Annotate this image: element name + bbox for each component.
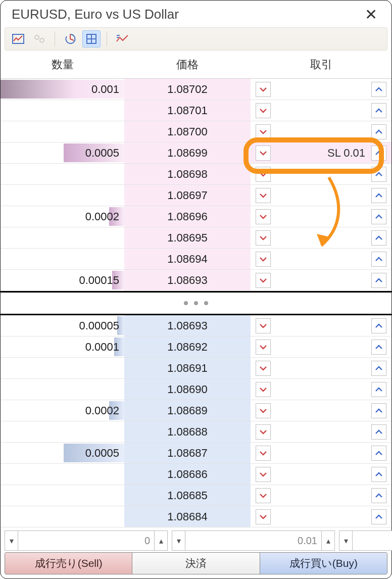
buy-step-button[interactable] xyxy=(371,382,386,397)
link-icon[interactable] xyxy=(30,30,48,47)
sell-step-button[interactable] xyxy=(256,252,271,267)
sl-input[interactable] xyxy=(18,531,154,550)
trade-cell xyxy=(251,227,391,248)
caret-down-icon[interactable]: ▾ xyxy=(339,531,353,550)
tp-spinner[interactable]: ▾ ▴ xyxy=(339,530,392,551)
trend-icon[interactable] xyxy=(113,30,131,47)
depth-row: 1.08695 xyxy=(1,227,391,249)
depth-row: 1.08686 xyxy=(1,464,391,485)
buy-step-button[interactable] xyxy=(371,252,386,267)
trade-cell xyxy=(251,164,391,184)
volume-cell: 0.0002 xyxy=(1,400,124,421)
buy-step-button[interactable] xyxy=(371,146,386,161)
sell-step-button[interactable] xyxy=(256,340,271,355)
buy-step-button[interactable] xyxy=(371,103,386,118)
close-button[interactable]: 決済 xyxy=(132,553,260,574)
buy-button[interactable]: 成行買い(Buy) xyxy=(260,553,387,574)
buy-step-button[interactable] xyxy=(371,273,386,288)
close-icon[interactable]: ✕ xyxy=(362,7,380,22)
buy-step-button[interactable] xyxy=(371,230,386,246)
volume-cell xyxy=(1,358,124,378)
buy-step-button[interactable] xyxy=(371,361,386,376)
trade-cell xyxy=(251,506,391,527)
sell-step-button[interactable] xyxy=(256,188,271,203)
sell-step-button[interactable] xyxy=(256,209,271,224)
inputs-bar: ▾ ▴ ▾ ▴ ▾ ▴ xyxy=(5,530,387,551)
sell-step-button[interactable] xyxy=(256,103,271,118)
price-cell: 1.08701 xyxy=(124,100,251,121)
buy-step-button[interactable] xyxy=(371,424,386,440)
depth-row: 1.08691 xyxy=(1,358,391,379)
depth-row: 1.08697 xyxy=(1,185,391,206)
depth-row: 0.00011.08692 xyxy=(1,336,391,358)
bar-depth-icon[interactable] xyxy=(61,30,79,47)
sell-step-button[interactable] xyxy=(256,361,271,376)
buy-step-button[interactable] xyxy=(371,209,386,224)
caret-up-icon[interactable]: ▴ xyxy=(321,531,334,550)
caret-up-icon[interactable]: ▴ xyxy=(154,531,167,550)
volume-cell xyxy=(1,485,124,506)
depth-row: 0.000151.08693 xyxy=(1,270,391,291)
price-cell: 1.08687 xyxy=(124,443,251,463)
volume-cell xyxy=(1,249,124,269)
trade-cell xyxy=(251,336,391,357)
sell-step-button[interactable] xyxy=(256,488,271,503)
depth-row: 1.08685 xyxy=(1,485,391,506)
buy-step-button[interactable] xyxy=(371,167,386,182)
buy-step-button[interactable] xyxy=(371,403,386,418)
trade-cell xyxy=(251,379,391,400)
buy-step-button[interactable] xyxy=(371,488,386,503)
trade-cell xyxy=(251,400,391,421)
sell-step-button[interactable] xyxy=(256,167,271,182)
price-cell: 1.08684 xyxy=(124,506,251,527)
chart-icon[interactable] xyxy=(9,30,27,47)
vol-input[interactable] xyxy=(185,531,321,550)
buy-step-button[interactable] xyxy=(371,318,386,333)
sell-step-button[interactable] xyxy=(256,382,271,397)
price-cell: 1.08698 xyxy=(124,164,251,184)
vol-spinner[interactable]: ▾ ▴ xyxy=(172,530,335,551)
price-cell: 1.08693 xyxy=(124,270,251,291)
sell-step-button[interactable] xyxy=(256,273,271,288)
caret-down-icon[interactable]: ▾ xyxy=(172,531,185,550)
volume-value: 0.0005 xyxy=(85,147,119,160)
sell-step-button[interactable] xyxy=(256,82,271,97)
trade-cell xyxy=(251,358,391,378)
trade-cell xyxy=(251,249,391,269)
buy-step-button[interactable] xyxy=(371,509,386,524)
buy-step-button[interactable] xyxy=(371,82,386,97)
sell-step-button[interactable] xyxy=(256,318,271,333)
volume-cell xyxy=(1,379,124,400)
depth-row: 0.00051.08699SL 0.01 xyxy=(1,142,391,164)
sell-step-button[interactable] xyxy=(256,509,271,524)
sell-step-button[interactable] xyxy=(256,230,271,246)
price-cell: 1.08702 xyxy=(124,79,251,100)
buy-step-button[interactable] xyxy=(371,124,386,139)
grid-header: 数量 価格 取引 xyxy=(1,51,391,79)
window-title: EURUSD, Euro vs US Dollar xyxy=(12,7,179,22)
sell-step-button[interactable] xyxy=(256,403,271,418)
sell-step-button[interactable] xyxy=(256,124,271,139)
caret-down-icon[interactable]: ▾ xyxy=(5,531,18,550)
price-cell: 1.08690 xyxy=(124,379,251,400)
svg-point-2 xyxy=(40,38,44,42)
buy-step-button[interactable] xyxy=(371,340,386,355)
spread-separator[interactable] xyxy=(1,291,391,315)
dom-window: EURUSD, Euro vs US Dollar ✕ 数量 価格 取引 0.0… xyxy=(0,0,392,579)
sell-step-button[interactable] xyxy=(256,146,271,161)
sl-spinner[interactable]: ▾ ▴ xyxy=(5,530,168,551)
sell-button[interactable]: 成行売り(Sell) xyxy=(5,553,132,574)
sell-step-button[interactable] xyxy=(256,424,271,440)
buy-step-button[interactable] xyxy=(371,446,386,461)
buy-step-button[interactable] xyxy=(371,467,386,482)
depth-row: 1.08684 xyxy=(1,506,391,527)
buy-step-button[interactable] xyxy=(371,188,386,203)
tp-input[interactable] xyxy=(353,531,392,550)
trade-cell xyxy=(251,100,391,121)
sell-step-button[interactable] xyxy=(256,446,271,461)
grid-icon[interactable] xyxy=(82,30,101,47)
volume-cell xyxy=(1,421,124,442)
trade-cell xyxy=(251,121,391,142)
sell-step-button[interactable] xyxy=(256,467,271,482)
toolbar xyxy=(5,27,387,51)
